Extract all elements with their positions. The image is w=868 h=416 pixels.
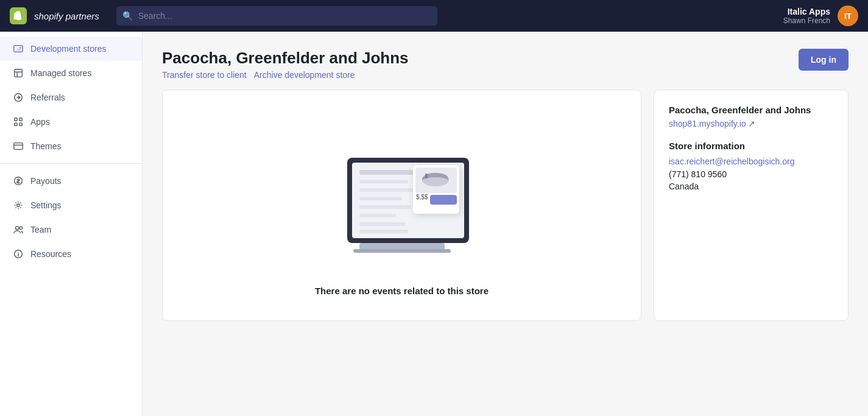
svg-rect-20 <box>353 249 451 253</box>
svg-rect-7 <box>19 118 23 121</box>
svg-rect-27 <box>359 222 405 226</box>
svg-rect-26 <box>359 214 396 217</box>
sidebar-item-label: Team <box>30 225 51 234</box>
empty-state-text: There are no events related to this stor… <box>315 286 489 296</box>
search-bar[interactable]: 🔍 <box>116 6 437 26</box>
archive-store-link[interactable]: Archive development store <box>254 70 355 80</box>
svg-rect-10 <box>14 143 23 150</box>
svg-rect-34 <box>359 230 408 233</box>
store-url-text: shop81.myshopify.io ↗ <box>669 119 755 129</box>
svg-rect-33 <box>430 195 457 205</box>
svg-rect-0 <box>14 46 23 52</box>
svg-point-13 <box>17 204 20 207</box>
sidebar-item-themes[interactable]: Themes <box>0 134 142 158</box>
search-icon: 🔍 <box>122 11 133 21</box>
sidebar-item-label: Apps <box>30 117 50 127</box>
referrals-icon <box>12 91 24 104</box>
sidebar-item-team[interactable]: Team <box>0 217 142 242</box>
sidebar: Development stores Managed stores Referr… <box>0 32 143 416</box>
svg-text:$,$$: $,$$ <box>416 194 428 200</box>
svg-rect-8 <box>15 123 18 126</box>
sidebar-item-resources[interactable]: Resources <box>0 242 142 266</box>
resources-icon <box>12 248 24 260</box>
content-row: $,$$ There are no events related to this… <box>162 90 849 321</box>
page-actions: Transfer store to client Archive develop… <box>162 70 409 80</box>
sidebar-divider <box>0 163 142 164</box>
user-name: Shawn French <box>783 16 830 25</box>
payouts-icon <box>12 175 24 187</box>
empty-illustration: $,$$ <box>311 115 493 273</box>
sidebar-item-payouts[interactable]: Payouts <box>0 169 142 193</box>
sidebar-item-label: Themes <box>30 141 62 151</box>
store-email-link[interactable]: isac.reichert@reichelbogisich.org <box>669 157 794 166</box>
log-in-button[interactable]: Log in <box>799 49 849 71</box>
apps-icon <box>12 116 24 128</box>
svg-rect-22 <box>359 180 408 183</box>
svg-rect-25 <box>359 205 411 209</box>
sidebar-item-label: Managed stores <box>30 68 91 78</box>
settings-icon <box>12 199 24 211</box>
brand-name: shopify partners <box>34 11 99 21</box>
store-info-card: Pacocha, Greenfelder and Johns shop81.my… <box>654 90 849 321</box>
transfer-store-link[interactable]: Transfer store to client <box>162 70 247 80</box>
svg-rect-24 <box>359 197 402 200</box>
sidebar-item-label: Resources <box>30 249 71 259</box>
shopify-logo-icon <box>10 7 27 24</box>
development-stores-icon <box>12 43 24 55</box>
avatar[interactable]: IT <box>838 5 858 26</box>
sidebar-item-label: Development stores <box>30 44 107 54</box>
store-phone: (771) 810 9560 <box>669 169 833 179</box>
svg-point-1 <box>19 46 22 49</box>
svg-rect-2 <box>15 69 23 77</box>
team-icon <box>12 224 24 236</box>
sidebar-item-label: Settings <box>30 200 62 210</box>
themes-icon <box>12 140 24 152</box>
page-title: Pacocha, Greenfelder and Johns <box>162 49 409 68</box>
empty-state-card: $,$$ There are no events related to this… <box>162 90 641 321</box>
svg-rect-21 <box>359 170 420 175</box>
svg-rect-6 <box>15 118 18 121</box>
sidebar-item-label: Payouts <box>30 176 62 186</box>
svg-rect-31 <box>425 174 428 178</box>
top-navigation: shopify partners 🔍 Italic Apps Shawn Fre… <box>0 0 868 32</box>
sidebar-item-apps[interactable]: Apps <box>0 110 142 134</box>
svg-rect-9 <box>19 123 23 126</box>
sidebar-item-referrals[interactable]: Referrals <box>0 85 142 110</box>
store-info-name: Pacocha, Greenfelder and Johns <box>669 105 833 115</box>
user-info: Italic Apps Shawn French <box>783 7 830 25</box>
user-company: Italic Apps <box>783 7 830 16</box>
store-url-link[interactable]: shop81.myshopify.io ↗ <box>669 119 833 129</box>
svg-rect-23 <box>359 188 414 192</box>
store-country: Canada <box>669 182 833 191</box>
sidebar-item-development-stores[interactable]: Development stores <box>0 37 142 61</box>
sidebar-item-settings[interactable]: Settings <box>0 193 142 217</box>
page-header: Pacocha, Greenfelder and Johns Transfer … <box>162 49 849 80</box>
main-content: Pacocha, Greenfelder and Johns Transfer … <box>143 32 868 416</box>
svg-point-15 <box>19 227 23 230</box>
search-input[interactable] <box>116 6 437 26</box>
sidebar-item-managed-stores[interactable]: Managed stores <box>0 61 142 85</box>
store-info-section-title: Store information <box>669 141 833 151</box>
managed-stores-icon <box>12 67 24 79</box>
sidebar-item-label: Referrals <box>30 93 65 102</box>
svg-point-14 <box>16 227 19 230</box>
